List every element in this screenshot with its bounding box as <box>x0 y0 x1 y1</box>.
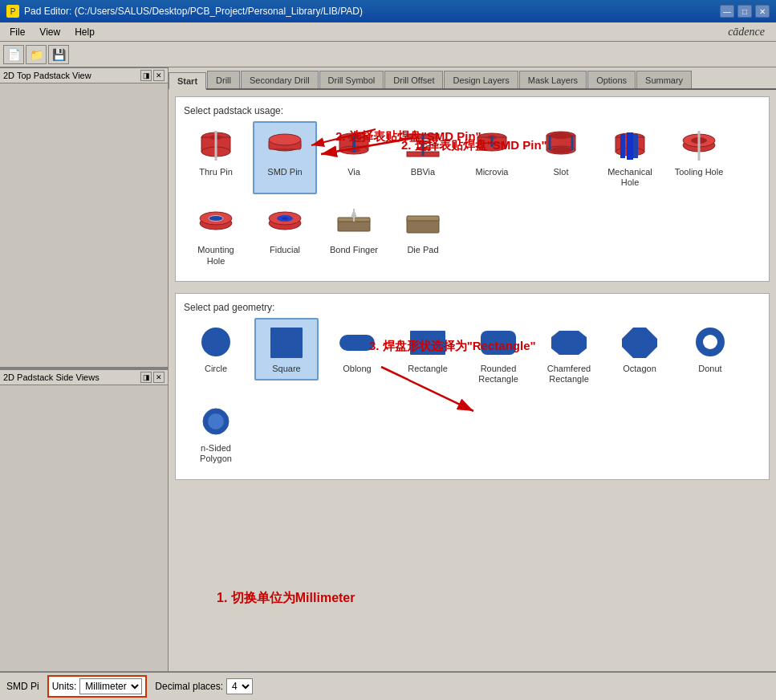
pad-item-fiducial[interactable]: Fiducial <box>253 199 317 272</box>
units-group: Units: Millimeter Mil Inch <box>47 675 148 698</box>
svg-marker-53 <box>351 209 357 218</box>
minimize-button[interactable]: — <box>720 5 734 18</box>
padstack-section-label: Select padstack usage: <box>184 105 761 116</box>
circle-label: Circle <box>205 364 227 374</box>
chamfered-rectangle-icon <box>548 324 590 360</box>
open-button[interactable]: 📁 <box>26 45 47 64</box>
units-select[interactable]: Millimeter Mil Inch <box>79 678 142 694</box>
smd-pin-icon <box>264 128 306 164</box>
rounded-rectangle-label: Rounded Rectangle <box>473 364 524 385</box>
top-view-restore[interactable]: ◨ <box>140 70 152 81</box>
side-view-restore[interactable]: ◨ <box>140 372 152 383</box>
top-view-close[interactable]: ✕ <box>153 70 165 81</box>
smd-label: SMD Pi <box>6 681 39 692</box>
geo-item-circle[interactable]: Circle <box>184 318 248 381</box>
right-panel: Start Drill Secondary Drill Drill Symbol… <box>169 67 776 671</box>
top-view-content <box>0 83 168 367</box>
svg-rect-55 <box>407 216 439 221</box>
mechanical-hole-icon <box>609 128 651 164</box>
geo-item-n-sided-polygon[interactable]: n-Sided Polygon <box>184 397 248 470</box>
side-view-close[interactable]: ✕ <box>153 372 165 383</box>
square-icon <box>266 324 307 360</box>
geo-item-donut[interactable]: Donut <box>678 318 742 381</box>
n-sided-polygon-icon <box>195 404 237 440</box>
decimal-select[interactable]: 4 2 3 5 <box>226 678 253 694</box>
microvia-label: Microvia <box>476 167 509 177</box>
toolbar: 📄 📁 💾 <box>0 42 776 67</box>
cadence-logo: cādence <box>728 26 773 39</box>
save-button[interactable]: 💾 <box>48 45 69 64</box>
geo-item-rounded-rectangle[interactable]: Rounded Rectangle <box>466 318 530 391</box>
pad-item-tooling-hole[interactable]: Tooling Hole <box>667 121 731 194</box>
svg-rect-36 <box>627 132 633 160</box>
menu-file[interactable]: File <box>3 25 31 39</box>
pad-item-slot[interactable]: Slot <box>529 121 593 194</box>
die-pad-label: Die Pad <box>407 245 438 255</box>
svg-point-49 <box>282 218 288 220</box>
geo-item-octagon[interactable]: Octagon <box>607 318 672 381</box>
tab-options[interactable]: Options <box>587 71 636 88</box>
new-button[interactable]: 📄 <box>3 45 24 64</box>
close-button[interactable]: ✕ <box>755 5 770 18</box>
svg-rect-37 <box>633 134 638 158</box>
padstack-section: Select padstack usage: Thru Pin <box>175 96 770 282</box>
smd-pin-label: SMD Pin <box>267 167 302 177</box>
fiducial-label: Fiducial <box>270 245 300 255</box>
fiducial-icon <box>264 206 306 242</box>
octagon-icon <box>619 324 660 360</box>
svg-point-27 <box>550 132 572 139</box>
pad-item-mounting-hole[interactable]: Mounting Hole <box>184 199 248 272</box>
menu-items: File View Help <box>3 25 101 39</box>
tooling-hole-icon <box>678 128 720 164</box>
tab-drill[interactable]: Drill <box>207 71 240 88</box>
menu-bar: File View Help cādence <box>0 22 776 42</box>
chamfered-rectangle-label: Chamfered Rectangle <box>543 364 595 385</box>
geo-item-square[interactable]: Square <box>254 318 319 381</box>
menu-help[interactable]: Help <box>68 25 101 39</box>
title-bar: P Pad Editor: (C:/Users/SALUS/Desktop/PC… <box>0 0 776 22</box>
app-icon: P <box>6 5 19 18</box>
die-pad-icon <box>402 206 444 242</box>
main-layout: 2D Top Padstack View ◨ ✕ 2D Padstack Sid… <box>0 67 776 671</box>
title-controls[interactable]: — □ ✕ <box>720 5 770 18</box>
annotation-step2: 2. 选择表贴焊盘"SMD Pin" <box>335 129 481 144</box>
svg-point-7 <box>269 134 301 145</box>
circle-icon <box>195 324 237 360</box>
oblong-label: Oblong <box>343 364 371 374</box>
square-label: Square <box>272 364 300 374</box>
tab-drill-symbol[interactable]: Drill Symbol <box>319 71 384 88</box>
tab-summary[interactable]: Summary <box>636 71 692 88</box>
units-label: Units: <box>52 681 77 692</box>
decimal-group: Decimal places: 4 2 3 5 <box>155 678 253 694</box>
tab-secondary-drill[interactable]: Secondary Drill <box>241 71 319 88</box>
pad-item-mechanical-hole[interactable]: Mechanical Hole <box>598 121 662 194</box>
bond-finger-icon <box>333 206 375 242</box>
octagon-label: Octagon <box>623 364 656 374</box>
geo-item-chamfered-rectangle[interactable]: Chamfered Rectangle <box>537 318 601 391</box>
svg-marker-63 <box>551 331 587 355</box>
svg-rect-35 <box>620 134 625 158</box>
mechanical-hole-label: Mechanical Hole <box>604 167 656 188</box>
donut-icon <box>689 324 731 360</box>
pad-item-thru-pin[interactable]: Thru Pin <box>184 121 248 194</box>
status-bar: SMD Pi Units: Millimeter Mil Inch Decima… <box>0 671 776 700</box>
left-panel: 2D Top Padstack View ◨ ✕ 2D Padstack Sid… <box>0 67 169 671</box>
tab-mask-layers[interactable]: Mask Layers <box>519 71 587 88</box>
pad-item-smd-pin[interactable]: SMD Pin <box>253 121 317 194</box>
tab-drill-offset[interactable]: Drill Offset <box>384 71 443 88</box>
tab-bar: Start Drill Secondary Drill Drill Symbol… <box>169 67 776 90</box>
title-text: Pad Editor: (C:/Users/SALUS/Desktop/PCB_… <box>24 6 363 17</box>
decimal-label: Decimal places: <box>155 681 223 692</box>
maximize-button[interactable]: □ <box>737 5 752 18</box>
tab-start[interactable]: Start <box>169 72 206 90</box>
menu-view[interactable]: View <box>33 25 67 39</box>
tab-design-layers[interactable]: Design Layers <box>444 71 518 88</box>
via-label: Via <box>347 167 360 177</box>
top-view-panel-header: 2D Top Padstack View ◨ ✕ <box>0 67 168 83</box>
title-bar-left: P Pad Editor: (C:/Users/SALUS/Desktop/PC… <box>6 5 363 18</box>
tooling-hole-label: Tooling Hole <box>675 167 724 177</box>
bbvia-label: BBVia <box>411 167 435 177</box>
pad-item-bond-finger[interactable]: Bond Finger <box>322 199 386 272</box>
side-view-title: 2D Padstack Side Views <box>3 372 100 382</box>
pad-item-die-pad[interactable]: Die Pad <box>391 199 455 272</box>
